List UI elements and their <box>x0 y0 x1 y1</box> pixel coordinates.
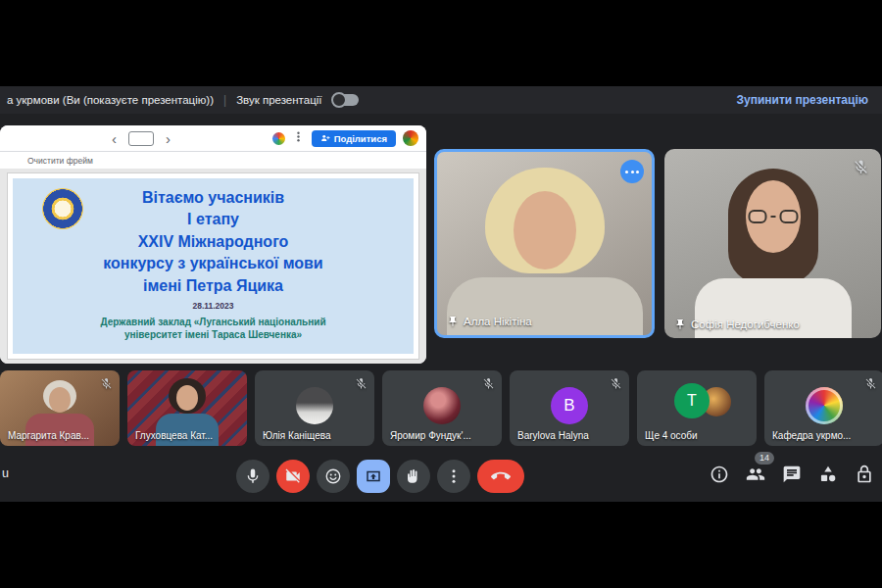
host-controls-button[interactable] <box>855 465 874 484</box>
avatar <box>423 386 461 423</box>
forward-icon[interactable]: › <box>160 131 176 146</box>
cast-icon[interactable] <box>272 132 285 145</box>
presentation-audio-label: Звук презентації <box>236 94 321 106</box>
participant-name: Софія Недогибченко <box>691 318 800 330</box>
smiley-icon <box>324 467 342 485</box>
activities-button[interactable] <box>818 465 838 484</box>
avatar <box>296 386 333 423</box>
stop-presenting-button[interactable]: Зупинити презентацію <box>736 93 868 107</box>
toggle-knob <box>331 92 347 108</box>
video-tile-alla-nikitina[interactable]: Алла Нікітіна <box>434 149 655 338</box>
video-tile-barylova[interactable]: B Barylova Halyna <box>510 370 629 446</box>
lock-icon <box>855 465 874 484</box>
raise-hand-button[interactable] <box>397 460 430 493</box>
university-emblem-icon <box>42 188 83 229</box>
present-screen-button[interactable] <box>357 460 390 493</box>
microphone-button[interactable] <box>236 460 270 493</box>
participant-name-label: Софія Недогибченко <box>674 318 800 330</box>
control-bar: u <box>0 451 882 502</box>
participant-name: Кафедра укрмо... <box>772 430 851 441</box>
people-icon <box>746 465 765 484</box>
meeting-info-button[interactable] <box>710 465 729 484</box>
shared-presentation-window[interactable]: ‹ › Поділитися Очистити фрейм <box>0 125 426 364</box>
end-call-button[interactable] <box>477 460 524 493</box>
slide-institution-line: університет імені Тараса Шевченка» <box>13 328 414 342</box>
participant-name: Глуховцева Кат... <box>135 430 213 441</box>
participant-name: Алла Нікітіна <box>464 316 532 327</box>
avatar-letter: B <box>551 386 588 423</box>
person-add-icon <box>320 133 330 143</box>
share-button[interactable]: Поділитися <box>312 130 396 147</box>
meet-window: а укрмови (Ви (показуєте презентацію)) |… <box>0 0 882 588</box>
slide: Вітаємо учасників І етапу XXIV Міжнародн… <box>8 173 418 359</box>
mic-icon <box>244 467 262 485</box>
reactions-button[interactable] <box>317 460 350 493</box>
browser-more-icon[interactable] <box>292 129 305 147</box>
video-tile-hlukhovtseva[interactable]: Глуховцева Кат... <box>127 370 247 446</box>
avatar-logo <box>806 386 843 423</box>
participant-face <box>49 387 71 413</box>
info-icon <box>710 465 729 484</box>
participant-count-badge: 14 <box>755 452 774 465</box>
video-tile-kafedra[interactable]: Кафедра укрмо... <box>764 370 882 446</box>
pin-icon <box>674 318 686 330</box>
more-options-button[interactable] <box>437 460 470 493</box>
back-icon[interactable]: ‹ <box>106 131 122 146</box>
frame-indicator[interactable] <box>128 131 154 146</box>
participants-button[interactable]: 14 <box>746 465 765 484</box>
video-tile-marharyta[interactable]: Маргарита Крав... <box>0 370 120 446</box>
tile-options-button[interactable] <box>620 160 644 183</box>
presentation-audio-toggle[interactable] <box>333 94 359 106</box>
slide-title-line: конкурсу з української мови <box>13 253 414 274</box>
participant-face <box>514 191 576 270</box>
tile-more-people[interactable]: Т Ще 4 особи <box>637 370 757 446</box>
end-call-icon <box>491 466 511 486</box>
camera-button[interactable] <box>276 460 310 493</box>
participant-name-label: Алла Нікітіна <box>447 316 532 327</box>
video-tile-yuliia[interactable]: Юлія Каніщева <box>255 370 374 446</box>
participant-body <box>447 277 643 338</box>
mic-off-icon <box>482 376 495 394</box>
presenting-title: а укрмови (Ви (показуєте презентацію)) <box>7 94 214 106</box>
camera-off-icon <box>284 467 302 485</box>
meeting-panels: 14 <box>710 465 874 484</box>
activities-icon <box>818 465 838 484</box>
presenting-bar: а укрмови (Ви (показуєте презентацію)) |… <box>0 86 882 114</box>
clear-frame-row: Очистити фрейм <box>0 152 426 170</box>
clear-frame-link[interactable]: Очистити фрейм <box>27 156 93 166</box>
chat-icon <box>782 465 802 484</box>
filmstrip: Маргарита Крав... Глуховцева Кат... Юлія… <box>0 370 882 446</box>
glasses <box>748 210 798 223</box>
profile-avatar[interactable] <box>403 130 418 146</box>
call-controls <box>236 460 524 493</box>
slide-institution-line: Державний заклад «Луганський національни… <box>13 316 414 329</box>
video-tile-sofiia-nedohybchenko[interactable]: Софія Недогибченко <box>664 149 881 338</box>
hand-icon <box>405 467 422 485</box>
chat-button[interactable] <box>782 465 802 484</box>
more-people-label: Ще 4 особи <box>645 430 698 441</box>
share-button-label: Поділитися <box>334 133 387 144</box>
slide-date: 28.11.2023 <box>13 301 414 311</box>
participant-name: Маргарита Крав... <box>8 430 89 441</box>
mic-off-icon <box>100 376 113 394</box>
mic-off-icon <box>355 376 368 394</box>
mic-off-icon <box>864 376 877 394</box>
pin-icon <box>447 316 459 327</box>
mic-off-icon <box>853 159 869 179</box>
browser-toolbar: ‹ › Поділитися <box>0 125 426 152</box>
more-vertical-icon <box>445 467 463 485</box>
participant-name: Юлія Каніщева <box>263 430 330 441</box>
present-icon <box>365 467 382 485</box>
slide-content: Вітаємо учасників І етапу XXIV Міжнародн… <box>13 178 414 354</box>
mic-off-icon <box>610 376 622 394</box>
participant-name: Barylova Halyna <box>517 430 589 441</box>
avatar-letter: Т <box>674 383 710 418</box>
meeting-code-fragment: u <box>2 466 9 480</box>
slide-institution: Державний заклад «Луганський національни… <box>13 316 414 342</box>
slide-area: Вітаємо учасників І етапу XXIV Міжнародн… <box>0 169 426 364</box>
video-tile-yaromyr[interactable]: Яромир Фундук'... <box>382 370 502 446</box>
participant-name: Яромир Фундук'... <box>390 430 471 441</box>
slide-title-line: XXIV Міжнародного <box>13 231 414 253</box>
slide-title-line: імені Петра Яцика <box>13 275 414 297</box>
participant-face <box>176 385 198 411</box>
